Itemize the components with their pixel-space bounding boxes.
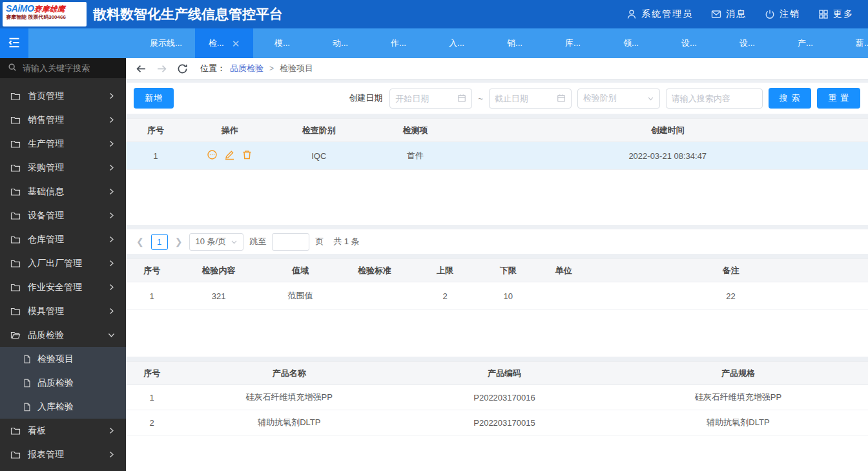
search-button[interactable]: 搜 索 — [769, 88, 812, 109]
content-area: 新增 创建日期 ~ 检验阶别 — [126, 79, 868, 471]
more-button[interactable]: 更多 — [818, 8, 854, 20]
page-size-select[interactable]: 10 条/页 — [189, 233, 243, 251]
tab-2[interactable]: 模... — [253, 28, 311, 58]
user-menu[interactable]: 系统管理员 — [626, 8, 693, 20]
chevron-right-icon — [107, 116, 116, 124]
sidebar-item-production-mgmt[interactable]: 生产管理 — [0, 132, 126, 156]
submenu-item-label: 品质检验 — [37, 377, 74, 389]
sidebar-item-label: 采购管理 — [28, 162, 64, 174]
prev-page-icon[interactable]: ❮ — [135, 236, 145, 247]
tab-label: 销... — [507, 37, 522, 49]
submenu-item-quality-inspection[interactable]: 品质检验 — [0, 371, 126, 395]
sidebar-item-sales-mgmt[interactable]: 销售管理 — [0, 108, 126, 132]
cell-product-code: P202203170016 — [400, 385, 608, 410]
sidebar-item-work-safety-mgmt[interactable]: 作业安全管理 — [0, 275, 126, 299]
edit-icon[interactable] — [224, 149, 235, 160]
folder-icon — [10, 211, 21, 221]
file-icon — [23, 403, 32, 412]
pagination-bar: ❮ 1 ❯ 10 条/页 跳至 页 共 1 条 — [126, 229, 868, 254]
tab-5[interactable]: 入... — [428, 28, 486, 58]
page-number-button[interactable]: 1 — [151, 234, 168, 250]
cell-lower-limit: 10 — [482, 282, 533, 310]
sidebar-item-label: 报表管理 — [28, 449, 64, 461]
add-button[interactable]: 新增 — [134, 88, 174, 109]
end-date-input[interactable] — [490, 94, 557, 103]
tab-12[interactable]: 薪... — [834, 28, 868, 58]
messages-button[interactable]: 消息 — [711, 8, 747, 20]
tab-1-active[interactable]: 检... ✕ — [195, 28, 253, 58]
sidebar-item-warehouse-mgmt[interactable]: 仓库管理 — [0, 227, 126, 251]
inspection-standard-table: 序号 检验内容 值域 检验标准 上限 下限 单位 备注 — [126, 258, 868, 357]
reset-button[interactable]: 重 置 — [817, 88, 860, 109]
sidebar-search-input[interactable] — [23, 63, 118, 73]
sidebar-item-quality-inspection[interactable]: 品质检验 — [0, 323, 126, 347]
sidebar-item-basic-info[interactable]: 基础信息 — [0, 180, 126, 204]
sidebar-item-kanban[interactable]: 看板 — [0, 419, 126, 443]
start-date-input[interactable] — [390, 94, 457, 103]
tab-label: 库... — [565, 37, 581, 49]
inspection-items-table: 序号 操作 检查阶别 检测项 创建时间 1 — [126, 118, 868, 225]
end-date-field[interactable] — [489, 89, 572, 109]
brand-name-cn: 赛摩雄鹰 — [34, 5, 65, 14]
tab-4[interactable]: 作... — [369, 28, 428, 58]
col-product-code: 产品编码 — [400, 362, 608, 385]
tab-10[interactable]: 设... — [718, 28, 776, 58]
tab-7[interactable]: 库... — [544, 28, 602, 58]
tab-6[interactable]: 销... — [486, 28, 544, 58]
logout-button[interactable]: 注销 — [765, 8, 800, 20]
folder-icon — [10, 426, 21, 436]
table-row[interactable]: 1 321 范围值 2 10 22 — [126, 282, 868, 310]
jump-page-input[interactable] — [272, 233, 309, 251]
cell-index: 1 — [126, 385, 178, 410]
breadcrumb-parent-link[interactable]: 品质检验 — [230, 63, 264, 74]
sidebar-item-home-mgmt[interactable]: 首页管理 — [0, 84, 126, 108]
folder-icon — [10, 139, 21, 149]
sidebar-item-label: 生产管理 — [28, 138, 64, 150]
tab-8[interactable]: 领... — [602, 28, 660, 58]
table-row[interactable]: 1 — [126, 142, 868, 170]
delete-icon[interactable] — [242, 149, 253, 160]
cell-product-name: 硅灰石纤维填充增强PP — [178, 385, 400, 410]
detail-icon[interactable] — [207, 149, 218, 160]
tab-0[interactable]: 展示线... — [137, 28, 195, 58]
col-content: 检验内容 — [178, 259, 259, 282]
cell-standard — [341, 282, 408, 310]
breadcrumb-label: 位置： — [200, 63, 225, 74]
submenu-item-inspection-items[interactable]: 检验项目 — [0, 347, 126, 371]
chevron-right-icon — [107, 92, 116, 100]
table-row[interactable]: 2 辅助抗氧剂DLTP P202203170015 辅助抗氧剂DLTP — [126, 410, 868, 435]
tab-3[interactable]: 动... — [311, 28, 369, 58]
brand-name-en: SAiMO — [6, 3, 34, 14]
grid-icon — [818, 9, 829, 19]
submenu-item-warehousing-inspection[interactable]: 入库检验 — [0, 395, 126, 419]
chevron-right-icon — [107, 211, 116, 220]
start-date-field[interactable] — [389, 89, 472, 109]
chevron-down-icon — [647, 95, 654, 102]
next-page-icon[interactable]: ❯ — [174, 236, 184, 247]
sidebar-item-report-mgmt[interactable]: 报表管理 — [0, 443, 126, 466]
col-operation: 操作 — [185, 119, 274, 142]
table-row[interactable]: 1 硅灰石纤维填充增强PP P202203170016 硅灰石纤维填充增强PP — [126, 385, 868, 410]
tab-11[interactable]: 产... — [776, 28, 834, 58]
sidebar-item-entry-exit-mgmt[interactable]: 入厂出厂管理 — [0, 251, 126, 275]
sidebar-collapse-button[interactable] — [0, 28, 28, 58]
table-header-row: 序号 操作 检查阶别 检测项 创建时间 — [126, 119, 868, 142]
cell-product-spec: 辅助抗氧剂DLTP — [608, 410, 868, 435]
keyword-search-input[interactable] — [666, 94, 762, 103]
tab-label: 展示线... — [150, 37, 182, 49]
sidebar-item-mold-mgmt[interactable]: 模具管理 — [0, 299, 126, 323]
keyword-search-field[interactable] — [666, 89, 763, 109]
back-button[interactable] — [136, 63, 147, 74]
tab-9[interactable]: 设... — [660, 28, 718, 58]
tab-close-icon[interactable]: ✕ — [232, 39, 240, 48]
chevron-down-icon — [231, 238, 238, 246]
cell-remark: 22 — [594, 282, 868, 310]
refresh-button[interactable] — [177, 63, 188, 74]
sidebar-item-equipment-mgmt[interactable]: 设备管理 — [0, 204, 126, 227]
inspection-stage-select[interactable]: 检验阶别 — [577, 89, 660, 109]
tab-label: 领... — [623, 37, 639, 49]
forward-button[interactable] — [156, 63, 167, 74]
sidebar-item-label: 入厂出厂管理 — [28, 258, 82, 269]
sidebar-item-purchase-mgmt[interactable]: 采购管理 — [0, 156, 126, 180]
calendar-icon — [557, 94, 566, 103]
